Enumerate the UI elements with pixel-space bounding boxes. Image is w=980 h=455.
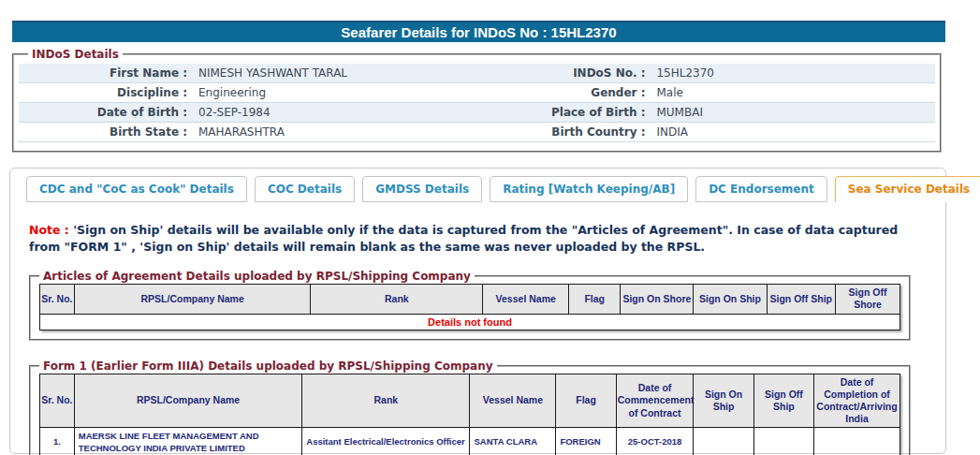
field-label: Gender :: [476, 83, 651, 103]
column-header: Flag: [569, 285, 621, 314]
articles-of-agreement-table: Sr. No.RPSL/Company NameRankVessel NameF…: [39, 284, 900, 330]
column-header: Sign Off Shore: [836, 285, 900, 314]
empty-row: Details not found: [40, 314, 900, 330]
cell: MAERSK LINE FLEET MANAGEMENT AND TECHNOL…: [74, 428, 302, 455]
note-body: 'Sign on Ship' details will be available…: [29, 223, 898, 254]
field-value: 15HL2370: [651, 64, 935, 83]
cell: [694, 428, 753, 455]
tab-rating-watch-keeping-ab[interactable]: Rating [Watch Keeping/AB]: [490, 176, 688, 202]
seafarer-details-page: Seafarer Details for INDoS No : 15HL2370…: [0, 0, 980, 455]
articles-of-agreement-fieldset: Articles of Agreement Details uploaded b…: [29, 270, 911, 341]
cell: Assitant Electrical/Electronics Officer: [302, 428, 470, 455]
cell: 1.: [40, 428, 75, 455]
indos-table-body: First Name :NIMESH YASHWANT TARALINDoS N…: [19, 64, 935, 142]
form1-details-fieldset: Form 1 (Earlier Form IIIA) Details uploa…: [29, 360, 911, 455]
indos-details-fieldset: INDoS Details First Name :NIMESH YASHWAN…: [12, 48, 942, 153]
field-value: NIMESH YASHWANT TARAL: [193, 64, 476, 83]
field-value: MUMBAI: [651, 103, 935, 123]
cell: [753, 428, 813, 455]
field-value: Engineering: [193, 83, 476, 103]
indos-details-legend: INDoS Details: [28, 48, 123, 61]
note-text: Note : 'Sign on Ship' details will be av…: [29, 222, 925, 256]
field-label: Birth State :: [19, 123, 193, 142]
column-header: Flag: [556, 374, 616, 428]
column-header: Vessel Name: [470, 374, 556, 428]
column-header: Vessel Name: [483, 285, 569, 314]
table-header-row: Sr. No.RPSL/Company NameRankVessel NameF…: [40, 285, 900, 314]
empty-message: Details not found: [40, 314, 900, 330]
form1-details-legend: Form 1 (Earlier Form IIIA) Details uploa…: [39, 360, 497, 373]
tab-bar: CDC and "CoC as Cook" DetailsCOC Details…: [10, 173, 945, 202]
column-header: RPSL/Company Name: [74, 285, 311, 314]
column-header: RPSL/Company Name: [74, 374, 302, 428]
column-header: Date of Completion of Contract/Arriving …: [814, 374, 900, 428]
column-header: Sign Off Ship: [767, 285, 836, 314]
column-header: Sign On Ship: [694, 374, 753, 428]
cell: 25-OCT-2018: [616, 428, 694, 455]
tab-gmdss-details[interactable]: GMDSS Details: [362, 176, 482, 202]
page-title-bar: Seafarer Details for INDoS No : 15HL2370: [12, 21, 945, 42]
column-header: Rank: [311, 285, 483, 314]
field-value: Male: [651, 83, 935, 103]
form1-details-table: Sr. No.RPSL/Company NameRankVessel NameF…: [39, 374, 900, 455]
table-row: 1.MAERSK LINE FLEET MANAGEMENT AND TECHN…: [40, 428, 900, 455]
field-label: Date of Birth :: [19, 103, 193, 123]
field-label: Discipline :: [19, 83, 193, 103]
indos-detail-row: Discipline :EngineeringGender :Male: [19, 83, 935, 103]
column-header: Date of Commencement of Contract: [616, 374, 694, 428]
field-label: Birth Country :: [476, 123, 651, 142]
tab-sea-service-details[interactable]: Sea Service Details: [835, 176, 980, 202]
cell: FOREIGN: [556, 428, 616, 455]
tab-cdc-and-coc-as-cook-details[interactable]: CDC and "CoC as Cook" Details: [26, 176, 247, 202]
column-header: Sr. No.: [40, 285, 75, 314]
articles-of-agreement-legend: Articles of Agreement Details uploaded b…: [39, 270, 475, 283]
column-header: Sign On Ship: [694, 285, 767, 314]
note-label: Note :: [29, 223, 69, 237]
column-header: Sign On Shore: [621, 285, 694, 314]
tab-coc-details[interactable]: COC Details: [255, 176, 355, 202]
page-title: Seafarer Details for INDoS No : 15HL2370: [341, 24, 616, 40]
table-header-row: Sr. No.RPSL/Company NameRankVessel NameF…: [40, 374, 900, 428]
column-header: Rank: [302, 374, 470, 428]
cell: [814, 428, 900, 455]
field-label: Place of Birth :: [476, 103, 651, 123]
tab-dc-endorsement[interactable]: DC Endorsement: [695, 176, 827, 202]
indos-detail-row: First Name :NIMESH YASHWANT TARALINDoS N…: [19, 64, 935, 83]
field-value: 02-SEP-1984: [193, 103, 476, 123]
column-header: Sr. No.: [40, 374, 75, 428]
cell: SANTA CLARA: [470, 428, 556, 455]
field-value: MAHARASHTRA: [193, 123, 476, 142]
field-label: First Name :: [19, 64, 193, 83]
tab-panel: CDC and "CoC as Cook" DetailsCOC Details…: [9, 168, 946, 454]
field-value: INDIA: [651, 123, 935, 142]
field-label: INDoS No. :: [476, 64, 651, 83]
indos-detail-row: Birth State :MAHARASHTRABirth Country :I…: [19, 123, 935, 142]
indos-table: First Name :NIMESH YASHWANT TARALINDoS N…: [19, 64, 935, 142]
column-header: Sign Off Ship: [753, 374, 813, 428]
indos-detail-row: Date of Birth :02-SEP-1984Place of Birth…: [19, 103, 935, 123]
